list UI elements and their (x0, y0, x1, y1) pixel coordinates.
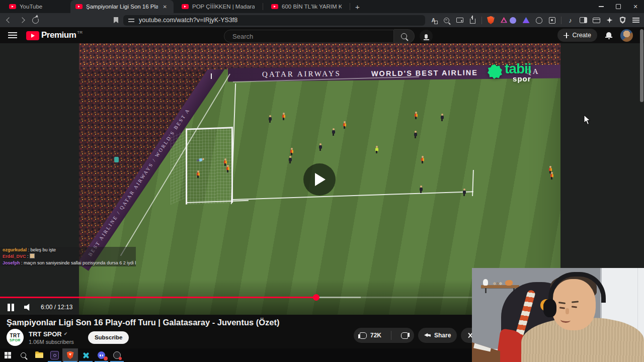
extension-icons: ♪ (509, 16, 640, 25)
triangle-extension-icon[interactable] (522, 16, 530, 25)
reload-button[interactable] (31, 16, 39, 24)
recorder-app-taskbar-button[interactable] (109, 348, 125, 362)
ad-text-qatar: QATAR AIRWAYS (262, 69, 341, 79)
close-button[interactable]: ✕ (627, 0, 644, 13)
youtube-favicon (9, 4, 16, 9)
forward-icon (19, 17, 25, 23)
player-figure (440, 114, 444, 121)
restore-button[interactable] (610, 0, 627, 13)
youtube-favicon (182, 4, 189, 9)
notifications-icon[interactable] (605, 32, 612, 39)
close-tab-icon[interactable]: ✕ (162, 4, 169, 10)
account-avatar[interactable] (620, 29, 633, 42)
forward-button[interactable] (18, 16, 26, 24)
guide-menu-icon[interactable] (8, 32, 17, 38)
dislike-button[interactable] (395, 332, 414, 339)
player-figure (288, 156, 292, 163)
site-settings-icon[interactable] (128, 18, 134, 22)
channel-name[interactable]: TRT SPOR (29, 330, 62, 338)
search-input[interactable] (231, 32, 386, 41)
tab-active-video[interactable]: Şampiyonlar Ligi Son 16 Play-off ✕ (70, 0, 174, 13)
sharex-taskbar-button[interactable] (78, 348, 94, 362)
tab-title: YouTube (20, 4, 59, 10)
taskbar-search-taskbar-button[interactable] (16, 348, 31, 362)
create-label: Create (572, 32, 591, 39)
minimize-button[interactable] (593, 0, 610, 13)
menu-icon[interactable] (631, 16, 640, 25)
thumbs-up-icon (360, 332, 367, 339)
chat-message: Josefph : maçın son saniyesinde sallai p… (0, 260, 136, 266)
subscribe-button[interactable]: Subscribe (88, 331, 129, 344)
dark-purple-app-taskbar-button[interactable] (47, 348, 62, 362)
zoom-out-icon[interactable] (442, 16, 451, 25)
brave-shields-icon[interactable] (487, 16, 495, 25)
streamer-person (507, 273, 644, 362)
search-box[interactable] (224, 30, 394, 43)
url-text[interactable]: youtube.com/watch?v=IRjyK-YS3f8 (139, 17, 237, 24)
tab-600-bin[interactable]: 600 BİN TL'lik YARIM KALAN İŞLER V (266, 0, 347, 13)
chat-message: Erd4l_DVC : (0, 253, 136, 260)
pause-button[interactable] (7, 304, 15, 311)
brave-rewards-icon[interactable] (500, 16, 508, 25)
player-figure (290, 148, 293, 155)
youtube-masthead: Premium TR Create (0, 27, 644, 43)
play-button-overlay[interactable] (303, 163, 336, 196)
sidebar-toggle-icon[interactable] (579, 16, 588, 25)
screenshot-extension-icon[interactable] (548, 16, 556, 25)
voice-search-button[interactable] (420, 30, 433, 43)
new-tab-button[interactable]: + (350, 3, 365, 11)
goal-side-net (171, 129, 187, 205)
scrollbar-thumb[interactable] (640, 29, 643, 102)
player-figure (268, 115, 272, 123)
ghost-extension-icon[interactable] (535, 16, 543, 25)
tab-title: 600 BİN TL'lik YARIM KALAN İŞLER V (282, 4, 342, 10)
chat-message: ozgurkudal : beleş bu işte (0, 247, 136, 253)
purple-extension-icon[interactable] (509, 16, 517, 25)
headphones-icon (548, 272, 606, 303)
minimize-icon (599, 6, 604, 7)
chat-text: beleş bu işte (31, 247, 56, 252)
sharex-icon (83, 352, 90, 359)
chat-username: Erd4l_DVC (3, 254, 26, 259)
file-explorer-taskbar-button[interactable] (31, 348, 47, 362)
player-figure (375, 146, 378, 153)
media-control-icon[interactable]: ♪ (566, 16, 575, 25)
share-icon[interactable] (468, 16, 477, 25)
back-button[interactable] (5, 16, 13, 24)
ad-text-airline: WORLD'S BEST AIRLINE (371, 68, 478, 77)
tab-youtube[interactable]: YouTube (4, 0, 64, 13)
player-figure (421, 156, 424, 163)
leo-ai-icon[interactable] (605, 16, 614, 25)
brave-browser-taskbar-button[interactable] (62, 348, 78, 362)
tab-pop-cikken[interactable]: POP ÇİİİKKEN | Madara Olduk #652 - (177, 0, 260, 13)
player-figure (419, 186, 423, 193)
search-button[interactable] (394, 29, 415, 43)
thumbs-down-icon (401, 332, 408, 339)
search-area (224, 29, 433, 43)
white-figurine (483, 279, 488, 286)
restore-icon (616, 4, 621, 9)
youtube-premium-logo[interactable]: Premium TR (26, 30, 83, 40)
masthead-right: Create (557, 29, 633, 42)
youtube-logo-icon (26, 31, 39, 40)
wallet-icon[interactable] (592, 16, 601, 25)
create-button[interactable]: Create (557, 29, 597, 42)
corner-flag (211, 73, 212, 79)
like-button[interactable]: 72K (354, 332, 387, 339)
screencast-icon[interactable] (455, 16, 464, 25)
region-code: TR (77, 30, 83, 35)
share-button[interactable]: Share (418, 328, 457, 343)
recorder-icon (113, 351, 121, 359)
share-arrow-icon (424, 333, 431, 338)
bookmark-icon[interactable] (114, 17, 118, 23)
vpn-shield-icon[interactable] (618, 16, 627, 25)
discord-taskbar-button[interactable] (94, 348, 109, 362)
translate-icon[interactable]: A (429, 16, 438, 25)
volume-icon[interactable] (24, 304, 33, 311)
channel-avatar[interactable]: TRT SPOR (7, 329, 24, 346)
back-icon (6, 17, 12, 23)
tabii-spor-logo: tabii spor (488, 62, 531, 82)
taskbar-items (0, 348, 125, 362)
address-bar[interactable]: youtube.com/watch?v=IRjyK-YS3f8 (123, 15, 425, 26)
start-taskbar-button[interactable] (0, 348, 16, 362)
